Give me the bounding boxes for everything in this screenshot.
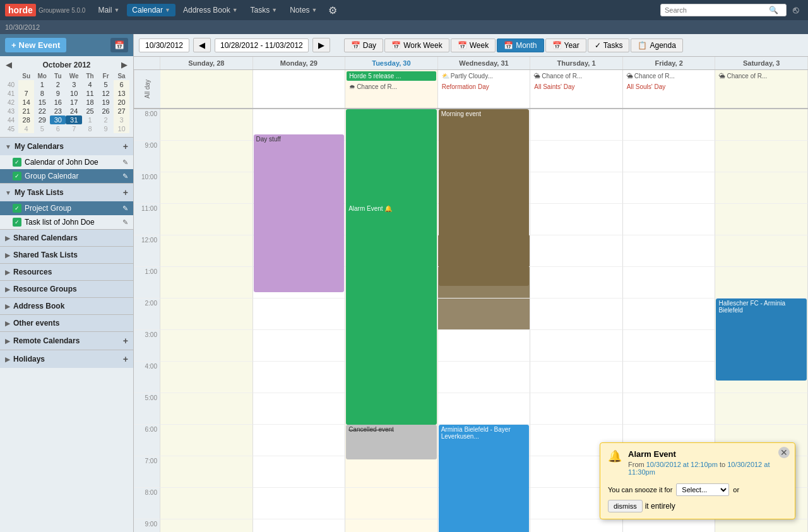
cell-mon-700[interactable]: [253, 456, 346, 488]
cell-fri-300[interactable]: [623, 330, 716, 362]
mini-cal-day[interactable]: 5: [34, 124, 50, 133]
cell-sun-200[interactable]: [160, 299, 253, 330]
resources-header[interactable]: ▶ Resources: [0, 264, 133, 280]
tab-year[interactable]: 📅 Year: [545, 38, 586, 52]
nav-addressbook[interactable]: Address Book ▼: [178, 4, 243, 16]
address-book-header[interactable]: ▶ Address Book: [0, 298, 133, 314]
cell-fri-1200[interactable]: [623, 235, 716, 267]
all-day-wed[interactable]: ⛅ Partly Cloudy... Reformation Day: [438, 70, 531, 108]
col-header-thu[interactable]: Thursday, 1: [530, 57, 623, 69]
cell-tue-800pm[interactable]: [345, 488, 438, 519]
weather-event-wed[interactable]: ⛅ Partly Cloudy...: [439, 71, 529, 81]
sidebar-item-john-doe-tasks[interactable]: ✓ Task list of John Doe ✎: [0, 215, 133, 229]
mini-cal-today[interactable]: 30: [50, 115, 66, 124]
cell-mon-1000[interactable]: Day stuff: [253, 172, 346, 204]
cell-mon-400[interactable]: [253, 362, 346, 393]
sidebar-item-john-doe-calendar[interactable]: ✓ Calendar of John Doe ✎: [0, 155, 133, 169]
mini-cal-day[interactable]: 10: [114, 124, 129, 133]
tab-work-week[interactable]: 📅 Work Week: [384, 38, 449, 52]
cell-tue-1100[interactable]: Alarm Event 🔔: [345, 204, 438, 235]
tab-tasks[interactable]: ✓ Tasks: [588, 38, 630, 52]
mini-cal-day[interactable]: 9: [50, 89, 66, 98]
mini-cal-day[interactable]: 22: [34, 107, 50, 115]
cell-sun-800pm[interactable]: [160, 488, 253, 519]
col-header-fri[interactable]: Friday, 2: [623, 57, 716, 69]
mini-cal-day[interactable]: 3: [114, 115, 129, 124]
cell-sat-1100[interactable]: [715, 204, 808, 235]
mini-cal-day[interactable]: 24: [66, 107, 82, 115]
mini-cal-day[interactable]: 1: [34, 80, 50, 89]
sidebar-item-project-group[interactable]: ✓ Project Group ✎: [0, 201, 133, 215]
cell-thu-1200[interactable]: [530, 235, 623, 267]
prev-week-button[interactable]: ◀: [193, 38, 211, 52]
cell-thu-1100[interactable]: [530, 204, 623, 235]
day-stuff-event[interactable]: Day stuff: [254, 134, 345, 292]
mini-cal-day[interactable]: 2: [98, 115, 114, 124]
alarm-event[interactable]: Alarm Event 🔔: [346, 204, 437, 425]
mini-cal-day[interactable]: 2: [50, 80, 66, 89]
cell-sat-100[interactable]: [715, 267, 808, 299]
my-task-lists-header[interactable]: ▼ My Task Lists +: [0, 184, 133, 201]
tab-week[interactable]: 📅 Week: [451, 38, 496, 52]
mini-cal-day[interactable]: 29: [34, 115, 50, 124]
mini-cal-day[interactable]: 4: [82, 80, 98, 89]
mini-cal-day[interactable]: 26: [98, 107, 114, 115]
cell-sun-300[interactable]: [160, 330, 253, 362]
mini-cal-day[interactable]: 1: [82, 115, 98, 124]
mini-cal-day[interactable]: 7: [18, 89, 34, 98]
logout-icon[interactable]: ⎋: [789, 3, 803, 18]
cell-thu-1000[interactable]: [530, 172, 623, 204]
cell-sat-900pm[interactable]: [715, 519, 808, 532]
col-header-tue[interactable]: Tuesday, 30: [345, 57, 438, 69]
mini-cal-day[interactable]: 15: [34, 98, 50, 107]
cell-wed-600[interactable]: Arminia Bielefeld - Bayer Leverkusen...: [438, 425, 531, 456]
weather-event-fri[interactable]: 🌦 Chance of R...: [624, 71, 714, 81]
mini-cal-day[interactable]: 27: [114, 107, 129, 115]
cell-wed-200[interactable]: [438, 299, 531, 330]
cell-fri-1000[interactable]: [623, 172, 716, 204]
all-day-fri[interactable]: 🌦 Chance of R... All Souls' Day: [623, 70, 716, 108]
tab-month[interactable]: 📅 Month: [497, 38, 544, 52]
edit-task-list-icon[interactable]: ✎: [122, 218, 128, 227]
all-day-sat[interactable]: 🌦 Chance of R...: [715, 70, 808, 108]
cell-fri-100[interactable]: [623, 267, 716, 299]
mini-cal-prev[interactable]: ◀: [4, 60, 14, 69]
cell-sun-600[interactable]: [160, 425, 253, 456]
alarm-close-button[interactable]: ✕: [778, 447, 790, 458]
mini-cal-day[interactable]: 11: [82, 89, 98, 98]
mini-cal-day[interactable]: 6: [50, 124, 66, 133]
reformation-day[interactable]: Reformation Day: [439, 82, 529, 92]
cell-tue-800[interactable]: [345, 109, 438, 141]
cell-thu-900[interactable]: [530, 141, 623, 172]
cell-sun-700[interactable]: [160, 456, 253, 488]
cell-tue-900pm[interactable]: [345, 519, 438, 532]
horde-release-event[interactable]: Horde 5 release ...: [347, 71, 436, 81]
next-week-button[interactable]: ▶: [312, 38, 330, 52]
cell-thu-100[interactable]: [530, 267, 623, 299]
nav-notes[interactable]: Notes ▼: [285, 4, 322, 16]
mini-cal-day[interactable]: 16: [50, 98, 66, 107]
cell-fri-500[interactable]: [623, 393, 716, 425]
cell-sat-900[interactable]: [715, 141, 808, 172]
shared-task-lists-header[interactable]: ▶ Shared Task Lists: [0, 247, 133, 263]
cell-sun-900pm[interactable]: [160, 519, 253, 532]
cell-fri-800[interactable]: [623, 109, 716, 141]
nav-tasks[interactable]: Tasks ▼: [246, 4, 283, 16]
mini-cal-next[interactable]: ▶: [119, 60, 129, 69]
resource-groups-header[interactable]: ▶ Resource Groups: [0, 281, 133, 297]
mini-cal-day[interactable]: 13: [114, 89, 129, 98]
cell-wed-900[interactable]: Morning event: [438, 141, 531, 172]
cell-fri-400[interactable]: [623, 362, 716, 393]
nav-mail[interactable]: Mail ▼: [93, 4, 124, 16]
fc-arminia-event[interactable]: Hallescher FC - Arminia Bielefeld: [716, 299, 807, 381]
mini-cal-day[interactable]: 8: [82, 124, 98, 133]
cell-sat-1000[interactable]: [715, 172, 808, 204]
search-box[interactable]: 🔍: [660, 4, 787, 16]
cell-fri-1100[interactable]: [623, 204, 716, 235]
cell-sun-500[interactable]: [160, 393, 253, 425]
cell-mon-900pm[interactable]: [253, 519, 346, 532]
cell-sun-400[interactable]: [160, 362, 253, 393]
alarm-dismiss-button[interactable]: dismiss: [608, 500, 643, 512]
add-remote-calendar-icon[interactable]: +: [123, 336, 128, 346]
cell-tue-600[interactable]: Cancelled event: [345, 425, 438, 456]
